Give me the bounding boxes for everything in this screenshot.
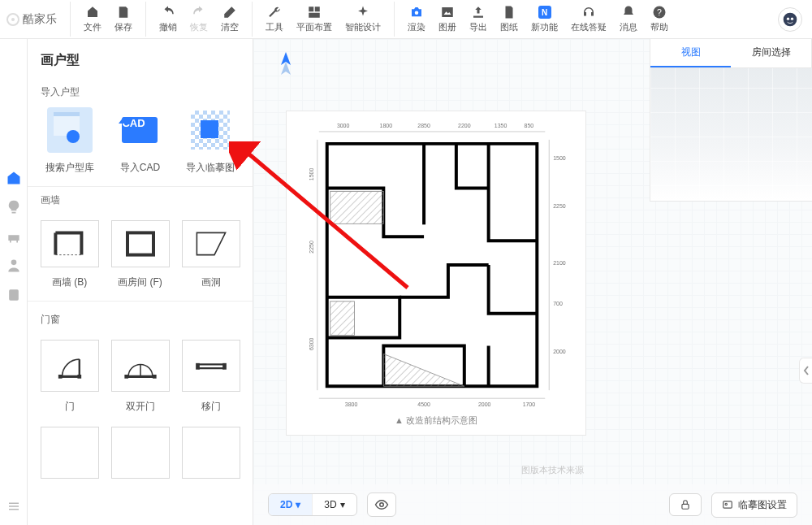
svg-point-7 xyxy=(784,12,797,26)
mode-2d-button[interactable]: 2D▾ xyxy=(269,494,313,515)
svg-text:2100: 2100 xyxy=(553,260,566,266)
camera-icon xyxy=(409,5,424,20)
trace-settings-button[interactable]: 临摹图设置 xyxy=(711,492,797,518)
svg-rect-4 xyxy=(442,7,453,17)
side-rail xyxy=(0,39,28,525)
wall-section-label: 画墙 xyxy=(28,187,253,215)
toolbar-group-output: 渲染 图册 导出 图纸 N 新功能 在线答疑 消息 ? 帮助 xyxy=(394,2,681,37)
visibility-toggle[interactable] xyxy=(367,492,396,517)
svg-text:?: ? xyxy=(657,7,662,17)
lock-button[interactable] xyxy=(669,493,702,516)
redo-button[interactable]: 恢复 xyxy=(185,2,213,37)
render-button[interactable]: 渲染 xyxy=(403,2,430,37)
door-extra-3[interactable] xyxy=(180,427,241,479)
document-icon xyxy=(502,5,516,20)
toolbar-group-edit: 撤销 恢复 清空 xyxy=(145,2,252,37)
svg-text:1500: 1500 xyxy=(553,155,566,161)
export-button[interactable]: 导出 xyxy=(464,2,492,37)
floorplan-caption: ▲ 改造前结构示意图 xyxy=(287,414,585,427)
draw-wall-tool[interactable]: 画墙 (B) xyxy=(39,220,100,289)
svg-text:4500: 4500 xyxy=(417,401,430,407)
chevron-down-icon: ▾ xyxy=(340,499,345,510)
undo-button[interactable]: 撤销 xyxy=(154,2,182,37)
trace-icon xyxy=(188,107,233,153)
bottom-bar: 2D▾ 3D▾ 临摹图设置 xyxy=(253,484,812,525)
assistant-avatar[interactable] xyxy=(778,7,802,32)
tab-view[interactable]: 视图 xyxy=(650,39,731,67)
tab-room-select[interactable]: 房间选择 xyxy=(731,39,811,67)
collapse-right-caret[interactable] xyxy=(799,358,812,384)
save-button[interactable]: 保存 xyxy=(110,2,137,37)
door-tools-row-2 xyxy=(28,425,253,490)
svg-text:2000: 2000 xyxy=(553,349,566,354)
siderail-appliance[interactable] xyxy=(5,286,23,304)
toolbar-group-design: 工具 平面布置 智能设计 xyxy=(252,2,394,37)
svg-text:2200: 2200 xyxy=(458,123,471,128)
mode-3d-button[interactable]: 3D▾ xyxy=(313,494,356,515)
single-door-thumb xyxy=(41,340,99,392)
import-cad[interactable]: CAD 导入CAD xyxy=(109,107,171,175)
svg-rect-44 xyxy=(330,302,355,336)
svg-text:2000: 2000 xyxy=(478,401,491,407)
door-tools-row: 门 双开门 移门 xyxy=(28,335,253,425)
toolbar-group-file: 文件 保存 xyxy=(70,2,145,37)
ai-design-button[interactable]: 智能设计 xyxy=(340,2,386,37)
svg-text:1800: 1800 xyxy=(380,123,393,128)
svg-rect-18 xyxy=(222,363,227,370)
siderail-lighting[interactable] xyxy=(5,198,23,216)
preview-3d-panel[interactable] xyxy=(650,63,812,202)
north-arrow-icon xyxy=(278,52,294,80)
single-door-tool[interactable]: 门 xyxy=(39,340,100,414)
svg-rect-17 xyxy=(196,363,200,370)
layout-button[interactable]: 平面布置 xyxy=(292,2,337,37)
svg-point-49 xyxy=(725,503,727,505)
svg-text:6300: 6300 xyxy=(309,337,314,350)
svg-rect-2 xyxy=(309,13,320,18)
question-icon: ? xyxy=(652,5,667,20)
left-panel: 画户型 导入户型 搜索户型库 CAD 导入CAD 导入临摹图 画墙 画墙 (B) xyxy=(28,39,253,525)
album-button[interactable]: 图册 xyxy=(434,2,461,37)
door-extra-1[interactable] xyxy=(39,427,100,479)
save-icon xyxy=(116,5,131,20)
newfeat-button[interactable]: N 新功能 xyxy=(526,2,563,37)
door-extra-2[interactable] xyxy=(110,427,171,479)
svg-rect-12 xyxy=(127,232,153,254)
svg-text:1350: 1350 xyxy=(495,123,508,128)
file-menu[interactable]: 文件 xyxy=(79,2,106,37)
home-icon xyxy=(85,5,100,20)
cad-icon: CAD xyxy=(117,107,162,153)
sliding-door-thumb xyxy=(182,340,240,392)
wall-thumb xyxy=(41,220,99,267)
double-door-thumb xyxy=(111,340,170,392)
siderail-floorplan[interactable] xyxy=(5,169,23,187)
redo-icon xyxy=(192,5,206,20)
chevron-down-icon: ▾ xyxy=(296,499,300,510)
eraser-icon xyxy=(222,5,237,20)
msg-button[interactable]: 消息 xyxy=(615,2,642,37)
search-library-icon xyxy=(47,107,93,153)
clear-button[interactable]: 清空 xyxy=(216,2,244,37)
image-icon xyxy=(440,5,455,20)
svg-text:2250: 2250 xyxy=(553,203,566,209)
drawing-button[interactable]: 图纸 xyxy=(495,2,523,37)
svg-rect-47 xyxy=(682,504,689,509)
sliding-door-tool[interactable]: 移门 xyxy=(180,340,241,414)
draw-room-tool[interactable]: 画房间 (F) xyxy=(110,220,171,289)
siderail-collapse[interactable] xyxy=(5,497,23,515)
siderail-furniture[interactable] xyxy=(5,228,23,245)
svg-rect-11 xyxy=(9,289,19,300)
brand: 酷家乐 xyxy=(6,12,70,27)
panel-title: 画户型 xyxy=(28,39,253,79)
double-door-tool[interactable]: 双开门 xyxy=(110,340,171,414)
svg-text:850: 850 xyxy=(525,123,534,128)
brand-label: 酷家乐 xyxy=(23,12,57,27)
lock-icon xyxy=(680,499,691,510)
search-floorplan-library[interactable]: 搜索户型库 xyxy=(39,107,101,175)
tools-menu[interactable]: 工具 xyxy=(261,2,288,37)
help-button[interactable]: ? 帮助 xyxy=(646,2,673,37)
wrench-icon xyxy=(267,5,282,20)
view-tabs: 视图 房间选择 xyxy=(650,39,812,68)
siderail-person[interactable] xyxy=(5,257,23,275)
qa-button[interactable]: 在线答疑 xyxy=(566,2,611,37)
headset-icon xyxy=(581,5,596,20)
